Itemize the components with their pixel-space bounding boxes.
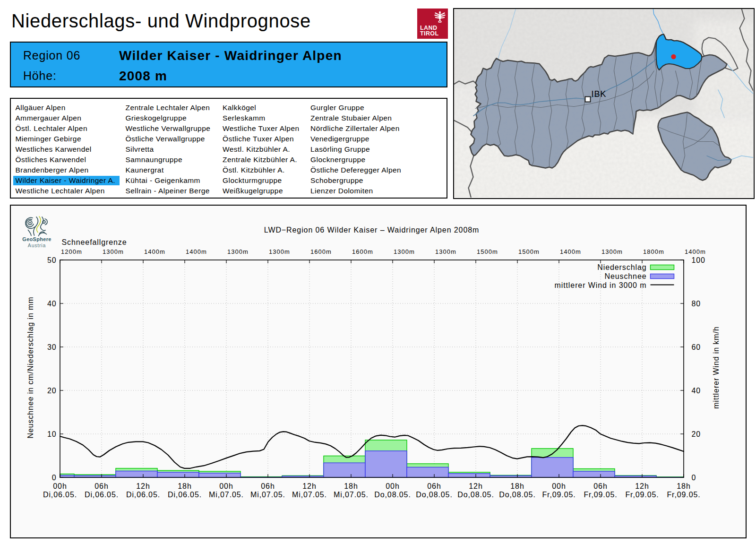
- svg-text:Di,06.05.: Di,06.05.: [168, 491, 202, 499]
- svg-text:Schneefallgrenze: Schneefallgrenze: [62, 238, 127, 246]
- svg-text:1400m: 1400m: [144, 248, 165, 255]
- svg-text:mittlerer Wind in 3000 m: mittlerer Wind in 3000 m: [555, 281, 647, 289]
- svg-text:00h: 00h: [386, 482, 399, 490]
- svg-text:12h: 12h: [136, 482, 150, 490]
- svg-text:40: 40: [47, 300, 57, 308]
- svg-text:Mi,07.05.: Mi,07.05.: [250, 491, 285, 499]
- svg-text:Do,08.05.: Do,08.05.: [499, 491, 535, 499]
- svg-text:1400m: 1400m: [186, 248, 207, 255]
- svg-text:Fr,09.05.: Fr,09.05.: [542, 491, 576, 499]
- svg-text:18h: 18h: [677, 482, 690, 490]
- svg-text:06h: 06h: [593, 482, 607, 490]
- svg-text:1300m: 1300m: [227, 248, 249, 255]
- svg-text:1300m: 1300m: [269, 248, 290, 255]
- svg-text:Fr,09.05.: Fr,09.05.: [584, 491, 617, 499]
- svg-text:Neuschnee: Neuschnee: [604, 272, 646, 280]
- svg-text:12h: 12h: [635, 482, 649, 490]
- svg-text:1300m: 1300m: [394, 248, 415, 255]
- svg-text:1500m: 1500m: [477, 248, 498, 255]
- svg-text:Mi,07.05.: Mi,07.05.: [334, 491, 369, 499]
- svg-text:06h: 06h: [427, 482, 441, 490]
- svg-text:0: 0: [692, 474, 696, 482]
- svg-text:LWD−Region 06 Wilder Kaiser –: LWD−Region 06 Wilder Kaiser – Waidringer…: [264, 226, 479, 234]
- svg-text:30: 30: [47, 343, 57, 351]
- svg-text:GeoSphere: GeoSphere: [22, 236, 51, 242]
- svg-text:Niederschlag: Niederschlag: [597, 263, 646, 271]
- svg-text:Neuschnee in cm/Niederschlag i: Neuschnee in cm/Niederschlag in mm: [26, 296, 34, 438]
- svg-text:Do,08.05.: Do,08.05.: [416, 491, 452, 499]
- svg-text:12h: 12h: [469, 482, 482, 490]
- svg-text:Do,08.05.: Do,08.05.: [374, 491, 411, 499]
- svg-text:10: 10: [47, 430, 57, 438]
- svg-text:1200m: 1200m: [61, 248, 82, 255]
- svg-text:1300m: 1300m: [103, 248, 124, 255]
- svg-text:1300m: 1300m: [435, 248, 456, 255]
- svg-text:00h: 00h: [53, 482, 67, 490]
- svg-text:06h: 06h: [94, 482, 108, 490]
- svg-text:Fr,09.05.: Fr,09.05.: [667, 491, 700, 499]
- svg-text:1400m: 1400m: [685, 248, 706, 255]
- svg-text:06h: 06h: [261, 482, 275, 490]
- svg-text:40: 40: [692, 387, 701, 395]
- svg-text:1600m: 1600m: [352, 248, 373, 255]
- svg-text:60: 60: [692, 343, 701, 351]
- svg-text:1800m: 1800m: [643, 248, 664, 255]
- svg-text:0: 0: [52, 474, 57, 482]
- svg-text:1300m: 1300m: [601, 248, 623, 255]
- svg-text:Di,06.05.: Di,06.05.: [85, 491, 119, 499]
- svg-text:Mi,07.05.: Mi,07.05.: [209, 491, 244, 499]
- svg-text:00h: 00h: [552, 482, 566, 490]
- svg-text:mittlerer Wind in km/h: mittlerer Wind in km/h: [712, 326, 720, 409]
- svg-text:80: 80: [692, 300, 701, 308]
- svg-text:Di,06.05.: Di,06.05.: [43, 491, 77, 499]
- svg-text:Fr,09.05.: Fr,09.05.: [625, 491, 659, 499]
- svg-text:18h: 18h: [510, 482, 524, 490]
- svg-text:20: 20: [47, 387, 57, 395]
- svg-text:00h: 00h: [219, 482, 233, 490]
- svg-text:1600m: 1600m: [310, 248, 332, 255]
- svg-text:Austria: Austria: [28, 242, 46, 248]
- svg-text:18h: 18h: [178, 482, 191, 490]
- svg-text:12h: 12h: [302, 482, 316, 490]
- svg-text:Mi,07.05.: Mi,07.05.: [292, 491, 327, 499]
- svg-text:Do,08.05.: Do,08.05.: [457, 491, 494, 499]
- svg-text:18h: 18h: [344, 482, 358, 490]
- svg-text:IBK: IBK: [592, 89, 607, 99]
- svg-text:50: 50: [47, 256, 57, 264]
- svg-text:1500m: 1500m: [518, 248, 540, 255]
- svg-text:Di,06.05.: Di,06.05.: [126, 491, 160, 499]
- svg-text:1400m: 1400m: [560, 248, 581, 255]
- svg-text:100: 100: [692, 256, 705, 264]
- svg-text:20: 20: [692, 430, 701, 438]
